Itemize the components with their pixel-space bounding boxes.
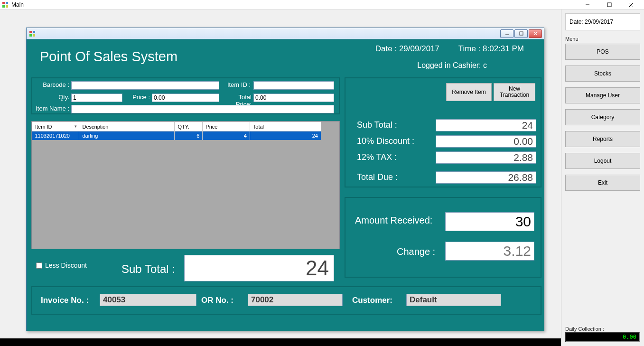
app-title: Point Of Sales System: [40, 49, 177, 65]
payment-panel: Amount Received: Change :: [345, 197, 541, 278]
right-panel: Date: 29/09/2017 Menu POS Stocks Manage …: [561, 9, 644, 346]
or-value: [248, 294, 343, 306]
header-date: Date : 29/09/2017: [375, 44, 439, 54]
svg-rect-10: [29, 34, 32, 37]
totals-panel: Remove Item NewTransaction Sub Total : 1…: [345, 77, 541, 187]
invoice-value: [100, 294, 196, 306]
table-row[interactable]: 110320171020 darling 6 4 24: [32, 131, 321, 140]
panel-date: Date: 29/09/2017: [565, 13, 640, 30]
menu-pos-button[interactable]: POS: [565, 44, 640, 60]
close-button[interactable]: [620, 0, 642, 9]
input-panel: Barcode : Item ID : Qty. Price : Total P…: [31, 77, 340, 114]
footer-panel: Invoice No. : OR No. : Customer:: [31, 286, 541, 315]
pos-child-window: Point Of Sales System Date : 29/09/2017 …: [26, 28, 544, 331]
col-total[interactable]: Total: [250, 122, 321, 131]
itemid-input[interactable]: [253, 81, 334, 90]
col-qty[interactable]: QTY.: [175, 122, 203, 131]
amount-received-label: Amount Received:: [355, 215, 432, 226]
menu-exit-button[interactable]: Exit: [565, 175, 640, 191]
menu-logout-button[interactable]: Logout: [565, 153, 640, 169]
total-due-value: [436, 171, 536, 184]
items-grid[interactable]: Item ID▾ Description QTY. Price Total 11…: [31, 121, 340, 249]
cell-total: 24: [250, 131, 321, 140]
sort-icon: ▾: [75, 124, 77, 129]
or-label: OR No. :: [201, 296, 233, 305]
total-due-label: Total Due :: [357, 172, 398, 182]
maximize-button[interactable]: [598, 0, 620, 9]
svg-rect-13: [520, 32, 523, 35]
subtotal2-value: [436, 119, 536, 131]
mdi-canvas: Point Of Sales System Date : 29/09/2017 …: [0, 9, 561, 346]
customer-value[interactable]: [406, 294, 501, 306]
minimize-button[interactable]: [577, 0, 598, 9]
menu-stocks-button[interactable]: Stocks: [565, 65, 640, 82]
discount-value: [436, 135, 536, 148]
svg-rect-5: [607, 3, 611, 7]
app-icon: [2, 1, 9, 8]
cell-price: 4: [203, 131, 250, 140]
menu-label: Menu: [565, 36, 640, 42]
svg-rect-0: [2, 2, 5, 4]
svg-rect-8: [29, 31, 32, 33]
svg-rect-2: [2, 5, 5, 8]
col-price[interactable]: Price: [203, 122, 250, 131]
pos-maximize-button[interactable]: [514, 29, 528, 38]
item-name-input[interactable]: [71, 105, 334, 113]
qty-input[interactable]: [71, 94, 122, 102]
subtotal2-label: Sub Total :: [357, 120, 397, 130]
amount-received-input[interactable]: [445, 212, 534, 231]
main-titlebar: Main: [0, 0, 644, 9]
cashier-label: Logged in Cashier: c: [417, 61, 487, 70]
svg-rect-9: [33, 31, 35, 33]
tax-value: [436, 151, 536, 164]
less-discount-checkbox-label[interactable]: Less Discount: [36, 262, 87, 269]
svg-rect-1: [6, 2, 8, 4]
tax-label: 12% TAX :: [357, 152, 397, 162]
less-discount-checkbox[interactable]: [36, 262, 42, 269]
main-window: Main: [0, 0, 644, 346]
subtotal-display: [184, 255, 334, 281]
customer-label: Customer:: [352, 296, 392, 305]
invoice-label: Invoice No. :: [41, 296, 89, 305]
header-time: Time : 8:02:31 PM: [458, 44, 524, 54]
bottom-bar: [0, 338, 561, 346]
menu-manage-user-button[interactable]: Manage User: [565, 87, 640, 103]
less-discount-text: Less Discount: [45, 262, 87, 269]
cell-qty: 6: [175, 131, 203, 140]
pos-minimize-button[interactable]: [500, 29, 513, 38]
item-name-label: Item Name :: [32, 105, 69, 112]
barcode-label: Barcode :: [32, 81, 69, 88]
change-value: [445, 242, 534, 261]
subtotal-label: Sub Total :: [121, 262, 175, 276]
pos-close-button[interactable]: [529, 29, 542, 38]
discount-label: 10% Discount :: [357, 136, 414, 146]
workspace: Point Of Sales System Date : 29/09/2017 …: [0, 9, 644, 346]
daily-collection-value: 0.00: [565, 332, 640, 342]
cell-description: darling: [79, 131, 175, 140]
change-label: Change :: [397, 246, 435, 257]
menu-reports-button[interactable]: Reports: [565, 131, 640, 147]
itemid-label: Item ID :: [222, 81, 251, 88]
pos-window-icon: [28, 30, 36, 37]
col-description[interactable]: Description: [79, 122, 175, 131]
cell-item-id: 110320171020: [32, 131, 79, 140]
daily-collection-label: Daily Collection :: [565, 326, 640, 332]
pos-body: Point Of Sales System Date : 29/09/2017 …: [27, 39, 544, 331]
price-label: Price :: [125, 94, 150, 101]
svg-rect-11: [33, 34, 35, 37]
price-input[interactable]: [152, 94, 219, 102]
main-title: Main: [11, 1, 24, 8]
col-item-id[interactable]: Item ID▾: [32, 122, 79, 131]
pos-titlebar: [27, 28, 544, 39]
remove-item-button[interactable]: Remove Item: [446, 83, 492, 101]
svg-rect-3: [6, 5, 8, 8]
barcode-input[interactable]: [71, 81, 219, 90]
new-transaction-button[interactable]: NewTransaction: [494, 83, 535, 101]
menu-category-button[interactable]: Category: [565, 109, 640, 125]
total-price-input[interactable]: [253, 94, 334, 102]
subtotal-area: Less Discount Sub Total :: [31, 253, 340, 281]
qty-label: Qty.: [32, 94, 69, 101]
